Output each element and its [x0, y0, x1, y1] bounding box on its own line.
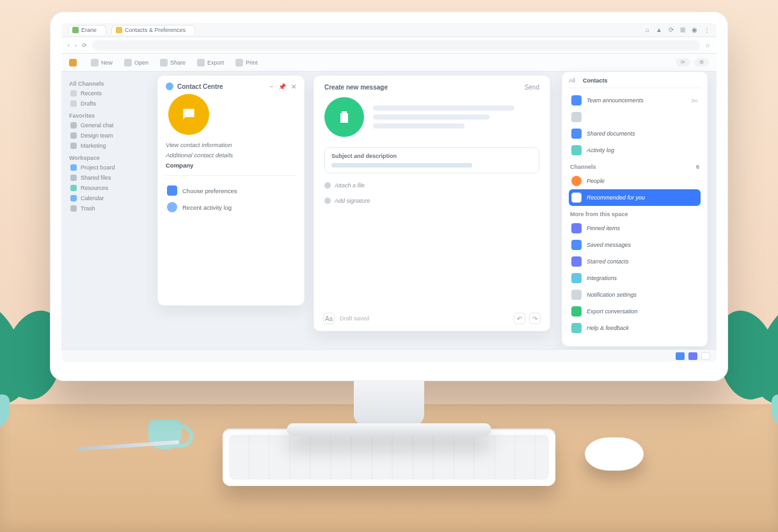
sidebar-item-icon [571, 176, 582, 186]
browser-tab-1[interactable]: Erane [68, 25, 106, 35]
sidebar-item[interactable]: Activity log [569, 142, 701, 159]
minimize-icon[interactable]: – [269, 83, 273, 90]
forward-icon[interactable]: › [75, 42, 77, 49]
toolbar-item[interactable] [69, 59, 79, 66]
nav-item-label: Design team [81, 132, 113, 139]
close-icon[interactable]: ✕ [291, 83, 296, 90]
contact-avatar [168, 94, 209, 135]
nav-item[interactable]: Design team [69, 130, 141, 141]
mouse [585, 437, 644, 471]
tab-all[interactable]: All [569, 77, 575, 84]
sidebar-item[interactable]: Saved messages [569, 237, 701, 253]
toolbar-item[interactable]: New [91, 59, 113, 66]
compose-hero-badge [324, 97, 364, 137]
favicon-icon [116, 27, 122, 33]
format-text-icon[interactable]: Aa [323, 313, 335, 324]
taskbar-app-icon[interactable] [701, 352, 710, 360]
compose-title: Create new message [324, 84, 388, 91]
os-taskbar [61, 349, 717, 362]
menu-icon[interactable]: ⋮ [704, 26, 710, 33]
nav-item-label: Recents [81, 90, 102, 97]
toolbar-refresh-icon[interactable]: ⟳ [676, 58, 690, 66]
nav-item-label: Marketing [81, 143, 106, 149]
nav-item[interactable]: Drafts [69, 98, 141, 109]
contact-row: Additional contact details [166, 152, 296, 159]
taskbar-app-icon[interactable] [676, 352, 685, 360]
toolbar-item-icon [235, 59, 243, 66]
meta-label: Attach a file [335, 182, 365, 189]
sidebar-item-icon [571, 290, 582, 300]
toolbar-item-icon [197, 59, 205, 66]
sidebar-item[interactable] [569, 109, 701, 125]
section-title: Channels [570, 164, 596, 170]
sidebar-item[interactable]: People [569, 173, 701, 189]
nav-item-icon [70, 122, 77, 129]
toolbar-item[interactable]: Share [160, 59, 186, 66]
nav-item[interactable]: Trash [69, 203, 141, 214]
toolbar-settings-icon[interactable]: ⚙ [694, 58, 709, 66]
toolbar-item[interactable]: Print [235, 59, 258, 66]
sidebar-item[interactable]: Starred contacts [569, 253, 701, 270]
home-icon[interactable]: ⌂ [646, 26, 649, 33]
redo-icon[interactable]: ↷ [529, 313, 541, 324]
nav-item[interactable]: Shared files [69, 173, 141, 183]
left-navigation: All ChannelsRecentsDraftsFavoritesGenera… [61, 72, 145, 349]
taskbar-app-icon[interactable] [688, 352, 697, 360]
toolbar-item-icon [160, 59, 168, 66]
sync-icon[interactable]: ⟳ [669, 26, 674, 33]
back-icon[interactable]: ‹ [68, 42, 70, 49]
sidebar-item[interactable]: Team announcements3m [569, 92, 701, 109]
reload-icon[interactable]: ⟳ [82, 42, 87, 49]
nav-item[interactable]: Project board [69, 162, 141, 173]
contact-card: Contact Centre – 📌 ✕ View contact inform… [157, 75, 305, 306]
sidebar-item[interactable]: Help & feedback [569, 320, 701, 336]
sidebar-item-label: Shared documents [587, 130, 693, 137]
nav-item-icon [70, 132, 77, 139]
sidebar-item-label: Starred contacts [587, 258, 698, 265]
bell-icon[interactable]: ▲ [656, 26, 662, 33]
tab-label: Erane [81, 27, 97, 33]
contact-link-preferences[interactable]: Choose preferences [166, 182, 296, 199]
compose-card: Create new message Send Subject and desc… [314, 75, 550, 331]
toolbar-item-label: Open [134, 59, 148, 66]
sidebar-item[interactable]: Integrations [569, 270, 701, 286]
profile-icon[interactable]: ◉ [692, 26, 697, 33]
subject-input[interactable]: Subject and description [324, 147, 539, 173]
nav-item[interactable]: Recents [69, 88, 141, 98]
section-title: More from this space [570, 211, 628, 217]
sidebar-item[interactable]: Notification settings [569, 286, 701, 303]
tab-contacts[interactable]: Contacts [583, 77, 608, 84]
undo-icon[interactable]: ↶ [514, 313, 525, 324]
bookmark-icon[interactable]: ☆ [705, 42, 710, 49]
nav-item[interactable]: Marketing [69, 141, 141, 151]
toolbar-item[interactable]: Export [197, 59, 224, 66]
keyboard [223, 428, 555, 486]
nav-item[interactable]: Resources [69, 183, 141, 193]
nav-item-label: Shared files [81, 175, 111, 181]
monitor: Erane Contacts & Preferences ⌂ ▲ ⟳ ⊞ ◉ ⋮… [50, 12, 728, 436]
sidebar-item-icon [571, 306, 582, 317]
pin-icon[interactable]: 📌 [278, 83, 286, 90]
sidebar-item-label: Help & feedback [587, 325, 698, 331]
address-bar[interactable] [92, 40, 700, 51]
add-signature-link[interactable]: Add signature [324, 198, 539, 204]
sidebar-item[interactable]: Shared documents [569, 125, 701, 142]
sidebar-item[interactable]: Pinned items [569, 220, 701, 237]
chat-bubble-icon [180, 106, 197, 123]
nav-item[interactable]: General chat [69, 120, 141, 130]
clipboard-icon [337, 109, 352, 125]
sidebar-item-icon [571, 129, 582, 139]
sidebar-item[interactable]: Export conversation [569, 303, 701, 320]
contact-link-activity[interactable]: Recent activity log [166, 199, 296, 215]
toolbar-item[interactable]: Open [124, 59, 148, 66]
attach-file-link[interactable]: Attach a file [324, 182, 539, 189]
nav-item[interactable]: Calendar [69, 193, 141, 203]
send-button[interactable]: Send [525, 84, 539, 91]
browser-actions: ⌂ ▲ ⟳ ⊞ ◉ ⋮ [646, 26, 710, 33]
extensions-icon[interactable]: ⊞ [680, 26, 685, 33]
sidebar-item-label: Activity log [587, 147, 693, 153]
nav-item-icon [70, 195, 77, 201]
browser-tab-2[interactable]: Contacts & Preferences [111, 25, 195, 35]
sidebar-item[interactable]: Recommended for you [569, 189, 701, 206]
browser-tabstrip: Erane Contacts & Preferences ⌂ ▲ ⟳ ⊞ ◉ ⋮ [61, 23, 717, 37]
